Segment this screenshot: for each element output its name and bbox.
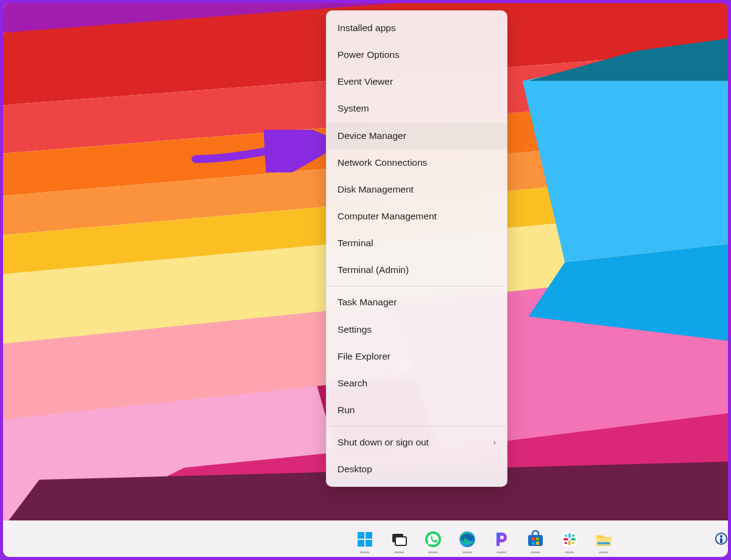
menu-power-options[interactable]: Power Options <box>327 41 507 68</box>
menu-search[interactable]: Search <box>327 370 507 397</box>
svg-point-38 <box>565 542 567 544</box>
svg-rect-40 <box>598 542 610 544</box>
whatsapp-button[interactable] <box>420 526 447 553</box>
task-view-button[interactable] <box>386 526 412 553</box>
svg-point-24 <box>500 536 504 539</box>
svg-rect-17 <box>366 532 372 539</box>
slack-icon <box>560 530 579 548</box>
svg-point-35 <box>565 534 567 537</box>
menu-event-viewer[interactable]: Event Viewer <box>327 68 507 95</box>
menu-item-label: Task Manager <box>337 296 397 308</box>
svg-rect-19 <box>366 540 372 547</box>
menu-disk-management[interactable]: Disk Management <box>327 176 507 203</box>
winx-context-menu: Installed appsPower OptionsEvent ViewerS… <box>326 10 507 487</box>
svg-rect-31 <box>568 533 571 538</box>
menu-installed-apps[interactable]: Installed apps <box>327 15 507 41</box>
menu-network-connections[interactable]: Network Connections <box>327 149 507 176</box>
menu-desktop[interactable]: Desktop <box>327 456 507 483</box>
svg-rect-28 <box>532 542 535 545</box>
svg-rect-34 <box>563 538 568 541</box>
edge-icon <box>458 530 476 548</box>
explorer-icon <box>595 530 613 548</box>
taskview-icon <box>390 530 408 548</box>
menu-separator <box>327 286 507 286</box>
menu-item-label: File Explorer <box>337 350 390 363</box>
menu-separator <box>327 426 507 427</box>
svg-rect-29 <box>536 542 539 545</box>
menu-shutdown[interactable]: Shut down or sign out› <box>327 429 507 456</box>
menu-run[interactable]: Run <box>327 397 507 424</box>
menu-item-label: Event Viewer <box>337 76 393 88</box>
svg-point-36 <box>572 534 574 537</box>
menu-item-label: Computer Management <box>337 210 437 222</box>
svg-rect-32 <box>571 538 576 541</box>
svg-rect-18 <box>358 540 364 547</box>
menu-item-label: Device Manager <box>337 130 406 142</box>
menu-item-label: Run <box>337 404 355 416</box>
menu-system[interactable]: System <box>327 95 507 122</box>
taskbar <box>3 520 728 557</box>
menu-file-explorer[interactable]: File Explorer <box>327 343 507 370</box>
windows-icon <box>356 530 374 548</box>
menu-terminal-admin[interactable]: Terminal (Admin) <box>327 257 507 283</box>
menu-item-label: Terminal <box>337 237 373 249</box>
file-explorer-button[interactable] <box>590 526 617 553</box>
svg-rect-33 <box>568 541 571 545</box>
menu-item-label: Settings <box>337 324 372 336</box>
app-p-button[interactable] <box>488 526 515 553</box>
menu-item-label: Power Options <box>337 49 400 61</box>
svg-rect-42 <box>720 535 722 537</box>
menu-item-label: Network Connections <box>337 157 427 169</box>
menu-item-label: Installed apps <box>337 22 396 34</box>
svg-rect-26 <box>532 537 535 541</box>
microsoft-store-button[interactable] <box>522 526 549 553</box>
edge-button[interactable] <box>454 526 481 553</box>
taskbar-overflow-icon[interactable] <box>713 525 729 552</box>
svg-rect-25 <box>528 535 543 546</box>
svg-rect-16 <box>358 532 364 539</box>
svg-point-37 <box>572 542 574 544</box>
menu-computer-management[interactable]: Computer Management <box>327 203 507 230</box>
menu-task-manager[interactable]: Task Manager <box>327 289 507 316</box>
menu-item-label: Search <box>337 377 367 389</box>
menu-item-label: Desktop <box>337 463 372 475</box>
menu-item-label: Disk Management <box>337 183 414 196</box>
menu-item-label: Shut down or sign out <box>337 436 429 448</box>
slack-button[interactable] <box>556 526 583 553</box>
menu-item-label: System <box>337 102 369 115</box>
menu-device-manager[interactable]: Device Manager <box>327 122 507 149</box>
store-icon <box>526 530 545 548</box>
svg-rect-43 <box>720 538 722 543</box>
svg-rect-21 <box>395 537 406 545</box>
p-icon <box>492 530 510 548</box>
svg-rect-27 <box>536 537 539 541</box>
menu-item-label: Terminal (Admin) <box>337 264 409 276</box>
menu-settings[interactable]: Settings <box>327 316 507 343</box>
chevron-right-icon: › <box>493 438 496 448</box>
whatsapp-icon <box>424 530 442 548</box>
start-button[interactable] <box>351 526 378 553</box>
menu-terminal[interactable]: Terminal <box>327 230 507 257</box>
